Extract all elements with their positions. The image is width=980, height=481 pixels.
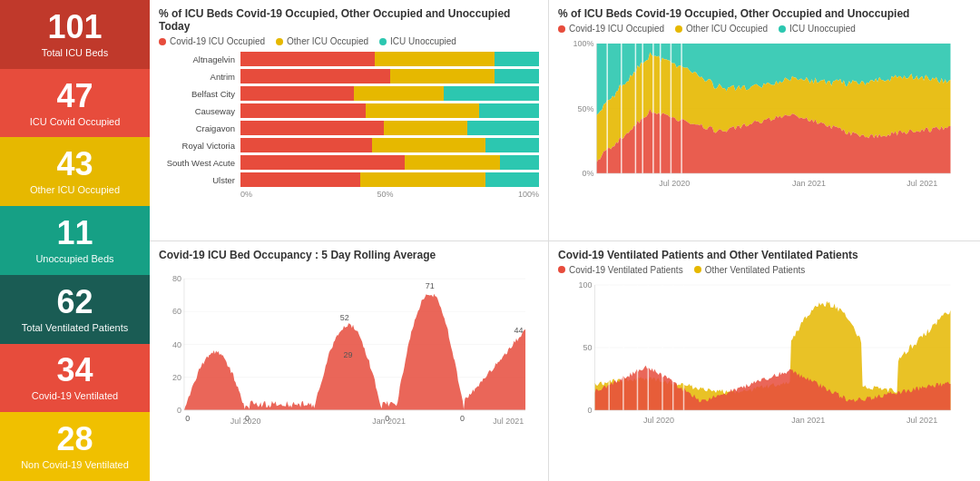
bottom-right-legend: Covid-19 Ventilated Patients Other Venti… bbox=[558, 265, 971, 275]
legend-other-label: Other ICU Occupied bbox=[287, 36, 368, 46]
svg-text:Jul 2020: Jul 2020 bbox=[643, 416, 674, 425]
top-right-legend: Covid-19 ICU Occupied Other ICU Occupied… bbox=[558, 24, 971, 34]
main-container: 101 Total ICU Beds 47 ICU Covid Occupied… bbox=[0, 0, 980, 481]
bar-chart: Altnagelvin Antrim Belfast City Causeway… bbox=[159, 52, 539, 187]
svg-text:71: 71 bbox=[426, 281, 435, 290]
bar-row: Antrim bbox=[159, 69, 539, 83]
bar-seg-teal bbox=[495, 69, 539, 83]
br-legend-other: Other Ventilated Patients bbox=[694, 265, 806, 275]
bottom-right-panel: Covid-19 Ventilated Patients and Other V… bbox=[549, 241, 980, 482]
bar-chart-legend: Covid-19 ICU Occupied Other ICU Occupied… bbox=[159, 36, 539, 46]
total-icu-number: 101 bbox=[47, 11, 102, 44]
bar-label: Royal Victoria bbox=[159, 141, 240, 151]
bar-seg-teal bbox=[500, 155, 539, 170]
non-covid-vent-box: 28 Non Covid-19 Ventilated bbox=[0, 412, 150, 481]
bar-track bbox=[240, 86, 539, 101]
bar-axis: 0% 50% 100% bbox=[159, 190, 539, 199]
svg-text:29: 29 bbox=[343, 350, 352, 359]
svg-text:100%: 100% bbox=[573, 39, 593, 48]
svg-text:Jul 2020: Jul 2020 bbox=[230, 416, 261, 425]
total-vent-number: 62 bbox=[56, 286, 93, 319]
bar-row: Belfast City bbox=[159, 86, 539, 101]
bar-seg-red bbox=[240, 86, 354, 101]
bar-label: Belfast City bbox=[159, 89, 240, 99]
axis-100: 100% bbox=[518, 190, 539, 199]
bar-label: Craigavon bbox=[159, 123, 240, 133]
rolling-chart-panel: Covid-19 ICU Bed Occupancy : 5 Day Rolli… bbox=[150, 241, 549, 482]
icu-covid-box: 47 ICU Covid Occupied bbox=[0, 69, 150, 138]
bar-seg-red bbox=[240, 155, 405, 170]
other-icu-box: 43 Other ICU Occupied bbox=[0, 137, 150, 206]
icu-covid-label: ICU Covid Occupied bbox=[30, 116, 121, 127]
bar-seg-teal bbox=[444, 86, 539, 101]
total-icu-label: Total ICU Beds bbox=[42, 47, 108, 58]
tr-legend-other: Other ICU Occupied bbox=[675, 24, 768, 34]
tr-legend-other-dot bbox=[675, 25, 682, 33]
br-legend-covid-dot bbox=[558, 266, 565, 273]
bar-seg-gold bbox=[375, 52, 495, 66]
bar-track bbox=[240, 138, 539, 152]
top-right-chart-svg: 0% 50% 100% Jul 2020Jan 2021Jul 2021 bbox=[558, 39, 971, 193]
legend-unoccupied: ICU Unoccupied bbox=[379, 36, 456, 46]
bar-seg-gold bbox=[354, 86, 444, 101]
svg-text:Jan 2021: Jan 2021 bbox=[792, 179, 826, 188]
svg-text:Jan 2021: Jan 2021 bbox=[372, 416, 406, 425]
bar-seg-teal bbox=[495, 52, 539, 66]
axis-50: 50% bbox=[377, 190, 393, 199]
bar-label: Altnagelvin bbox=[159, 54, 240, 64]
bottom-right-chart-svg: 0 50 100 Jul 2020Jan 2021Jul 2021 bbox=[558, 280, 971, 430]
svg-text:50: 50 bbox=[583, 343, 592, 352]
bar-label: Antrim bbox=[159, 72, 240, 82]
svg-text:50%: 50% bbox=[577, 104, 593, 113]
svg-text:40: 40 bbox=[172, 339, 181, 348]
svg-text:Jul 2021: Jul 2021 bbox=[906, 416, 937, 425]
sidebar: 101 Total ICU Beds 47 ICU Covid Occupied… bbox=[0, 0, 150, 481]
svg-text:60: 60 bbox=[172, 307, 181, 316]
bar-seg-red bbox=[240, 103, 366, 118]
bar-row: Altnagelvin bbox=[159, 52, 539, 66]
bar-seg-red bbox=[240, 121, 384, 135]
total-vent-label: Total Ventilated Patients bbox=[22, 322, 128, 333]
bar-track bbox=[240, 121, 539, 135]
legend-covid-label: Covid-19 ICU Occupied bbox=[170, 36, 265, 46]
bar-track bbox=[240, 69, 539, 83]
bar-seg-gold bbox=[390, 69, 495, 83]
non-covid-vent-label: Non Covid-19 Ventilated bbox=[21, 459, 129, 470]
bottom-charts-row: Covid-19 ICU Bed Occupancy : 5 Day Rolli… bbox=[150, 241, 980, 482]
non-covid-vent-number: 28 bbox=[56, 423, 93, 456]
bar-track bbox=[240, 172, 539, 187]
other-icu-label: Other ICU Occupied bbox=[30, 184, 120, 195]
bar-seg-gold bbox=[366, 103, 479, 118]
br-legend-covid-label: Covid-19 Ventilated Patients bbox=[569, 265, 683, 275]
svg-text:0: 0 bbox=[460, 413, 465, 422]
svg-text:20: 20 bbox=[172, 372, 181, 381]
svg-text:0%: 0% bbox=[582, 169, 593, 178]
svg-text:Jul 2021: Jul 2021 bbox=[493, 416, 524, 425]
rolling-title: Covid-19 ICU Bed Occupancy : 5 Day Rolli… bbox=[159, 249, 539, 261]
legend-unoccupied-label: ICU Unoccupied bbox=[390, 36, 456, 46]
bar-seg-gold bbox=[384, 121, 467, 135]
legend-covid: Covid-19 ICU Occupied bbox=[159, 36, 265, 46]
bar-track bbox=[240, 52, 539, 66]
rolling-chart-svg: 0 20 40 60 80 52714429 0000 Jul 2020Jan … bbox=[159, 265, 539, 433]
unoccupied-box: 11 Unoccupied Beds bbox=[0, 206, 150, 275]
tr-legend-covid-label: Covid-19 ICU Occupied bbox=[569, 24, 664, 34]
top-right-panel: % of ICU Beds Covid-19 Occupied, Other O… bbox=[549, 0, 980, 240]
charts-area: % of ICU Beds Covid-19 Occupied, Other O… bbox=[150, 0, 980, 481]
br-legend-covid: Covid-19 Ventilated Patients bbox=[558, 265, 683, 275]
unoccupied-number: 11 bbox=[56, 217, 93, 250]
bar-seg-red bbox=[240, 69, 390, 83]
bar-label: South West Acute bbox=[159, 158, 240, 168]
tr-legend-unoccupied: ICU Unoccupied bbox=[779, 24, 856, 34]
bar-seg-red bbox=[240, 138, 372, 152]
bottom-right-title: Covid-19 Ventilated Patients and Other V… bbox=[558, 249, 971, 261]
top-charts-row: % of ICU Beds Covid-19 Occupied, Other O… bbox=[150, 0, 980, 241]
bar-row: Ulster bbox=[159, 172, 539, 187]
axis-0: 0% bbox=[240, 190, 252, 199]
svg-text:52: 52 bbox=[340, 312, 349, 321]
bar-seg-gold bbox=[405, 155, 500, 170]
svg-text:Jan 2021: Jan 2021 bbox=[791, 416, 825, 425]
tr-legend-other-label: Other ICU Occupied bbox=[686, 24, 768, 34]
bar-chart-title: % of ICU Beds Covid-19 Occupied, Other O… bbox=[159, 7, 539, 33]
tr-legend-covid-dot bbox=[558, 25, 565, 33]
